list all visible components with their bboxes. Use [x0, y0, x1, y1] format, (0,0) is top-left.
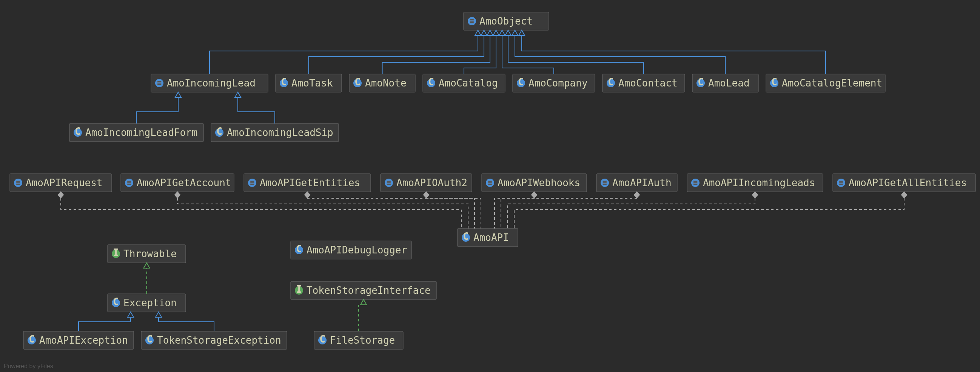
abstract-icon: [691, 179, 700, 187]
svg-marker-104: [493, 30, 499, 35]
dependency-edge: [177, 198, 468, 228]
svg-rect-46: [127, 184, 131, 185]
svg-marker-105: [499, 30, 505, 35]
svg-marker-102: [481, 30, 487, 35]
class-node-throwable[interactable]: IThrowable: [108, 245, 186, 263]
class-label: FileStorage: [330, 335, 395, 346]
dependency-edge: [426, 198, 481, 228]
svg-marker-114: [361, 300, 367, 305]
class-node-amoapiauth[interactable]: AmoAPIAuth: [597, 174, 677, 192]
svg-rect-8: [158, 83, 161, 83]
svg-rect-66: [603, 184, 607, 185]
generalization-edge: [464, 35, 496, 74]
dependency-edge: [61, 198, 461, 228]
class-label: AmoAPIGetEntities: [260, 177, 360, 188]
svg-rect-59: [488, 181, 492, 182]
svg-marker-119: [531, 192, 537, 198]
class-node-amoobject[interactable]: AmoObject: [464, 12, 549, 30]
class-node-amoapioauth2[interactable]: AmoAPIOAuth2: [380, 174, 472, 192]
svg-marker-116: [175, 192, 180, 198]
class-label: Exception: [123, 297, 177, 308]
class-node-exception[interactable]: CException: [108, 294, 186, 312]
class-label: AmoContact: [618, 77, 678, 89]
svg-text:C: C: [608, 76, 614, 88]
class-node-amoapigetentities[interactable]: AmoAPIGetEntities: [244, 174, 371, 192]
abstract-icon: [468, 17, 476, 25]
svg-rect-61: [488, 184, 492, 185]
class-node-amocatalogelement[interactable]: CAmoCatalogElement: [766, 74, 885, 92]
svg-marker-106: [505, 30, 511, 35]
svg-marker-101: [475, 30, 481, 35]
generalization-edge: [137, 97, 178, 123]
class-node-amocontact[interactable]: CAmoContact: [603, 74, 685, 92]
class-label: AmoNote: [365, 77, 407, 89]
generalization-edge: [522, 35, 826, 74]
class-node-amoapiwebhooks[interactable]: AmoAPIWebhooks: [482, 174, 587, 192]
class-label: AmoAPIDebugLogger: [307, 244, 407, 256]
class-node-amotask[interactable]: CAmoTask: [275, 74, 342, 92]
interface-icon: I: [295, 284, 303, 295]
svg-rect-65: [603, 182, 607, 183]
svg-rect-49: [250, 181, 254, 182]
svg-rect-9: [158, 84, 161, 85]
class-label: AmoAPIRequest: [25, 177, 103, 188]
abstract-icon: [14, 179, 22, 187]
generalization-edge: [502, 35, 554, 74]
svg-rect-54: [387, 181, 391, 182]
class-node-amocompany[interactable]: CAmoCompany: [513, 74, 595, 92]
class-node-amoapirequest[interactable]: AmoAPIRequest: [10, 174, 112, 192]
generalization-edge: [78, 317, 130, 331]
svg-rect-51: [250, 184, 254, 185]
class-label: AmoIncomingLeadSip: [227, 127, 333, 138]
svg-rect-40: [16, 182, 20, 183]
dependency-edge: [514, 198, 904, 228]
class-label: Throwable: [123, 248, 177, 259]
class-node-amoincominglead[interactable]: AmoIncomingLead: [151, 74, 268, 92]
class-node-amolead[interactable]: CAmoLead: [692, 74, 759, 92]
class-node-amocatalog[interactable]: CAmoCatalog: [423, 74, 505, 92]
class-node-amoapi[interactable]: CAmoAPI: [458, 228, 518, 247]
generalization-edge: [238, 97, 275, 123]
dependency-edge: [501, 198, 637, 228]
class-node-tokenstorageinterface[interactable]: ITokenStorageInterface: [291, 281, 436, 300]
class-label: AmoAPIException: [39, 335, 128, 346]
class-node-amoincomingleadsip[interactable]: CAmoIncomingLeadSip: [211, 123, 339, 142]
uml-canvas: AmoObjectAmoIncomingLeadCAmoTaskCAmoNote…: [0, 0, 980, 372]
class-node-amoincomingleadform[interactable]: CAmoIncomingLeadForm: [70, 123, 204, 142]
svg-text:C: C: [113, 296, 119, 307]
class-icon: C: [295, 243, 303, 255]
svg-rect-7: [158, 81, 161, 82]
svg-marker-122: [902, 192, 907, 198]
svg-text:C: C: [281, 76, 287, 88]
class-node-amonote[interactable]: CAmoNote: [349, 74, 415, 92]
class-node-amoapiexception[interactable]: CAmoAPIException: [24, 331, 134, 349]
class-node-amoapigetallentities[interactable]: AmoAPIGetAllEntities: [833, 174, 975, 192]
class-node-amoapigetaccount[interactable]: AmoAPIGetAccount: [121, 174, 234, 192]
svg-text:C: C: [428, 76, 434, 88]
abstract-icon: [385, 179, 393, 187]
svg-rect-45: [127, 182, 131, 183]
svg-text:C: C: [319, 334, 325, 345]
class-icon: C: [280, 76, 288, 88]
class-node-tokenstorageexception[interactable]: CTokenStorageException: [141, 331, 287, 349]
svg-rect-71: [694, 184, 697, 185]
class-icon: C: [517, 76, 525, 88]
class-node-amoapiincomingleads[interactable]: AmoAPIIncomingLeads: [687, 174, 823, 192]
svg-text:C: C: [771, 76, 777, 88]
svg-marker-111: [127, 312, 134, 317]
svg-text:C: C: [75, 126, 81, 137]
svg-marker-108: [519, 30, 525, 35]
svg-rect-50: [250, 182, 254, 183]
class-node-filestorage[interactable]: CFileStorage: [314, 331, 403, 349]
svg-text:C: C: [698, 76, 704, 88]
svg-rect-74: [839, 181, 843, 182]
svg-text:C: C: [355, 76, 361, 88]
class-icon: C: [607, 76, 615, 88]
abstract-icon: [601, 179, 609, 187]
class-node-amoapidebuglogger[interactable]: CAmoAPIDebugLogger: [291, 241, 412, 259]
svg-marker-103: [487, 30, 493, 35]
svg-text:C: C: [29, 334, 35, 345]
class-label: AmoCatalog: [439, 77, 498, 89]
class-label: AmoAPIWebhooks: [498, 177, 580, 188]
class-label: TokenStorageInterface: [307, 285, 431, 296]
